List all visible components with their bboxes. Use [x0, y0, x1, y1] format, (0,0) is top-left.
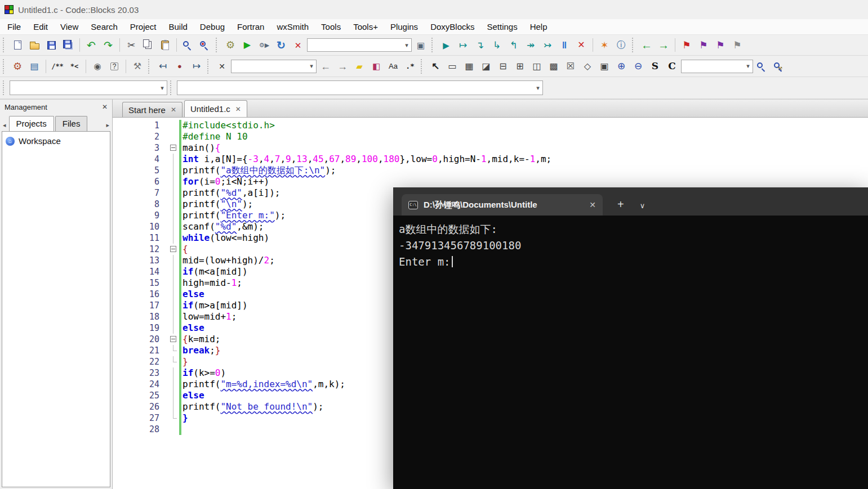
close-panel-button[interactable]: ✕ — [102, 103, 108, 111]
menu-item-help[interactable]: Help — [524, 20, 554, 34]
incsearch-clear-button[interactable]: ✕ — [214, 59, 230, 74]
menu-item-edit[interactable]: Edit — [27, 20, 54, 34]
jump-forward-button[interactable]: → — [656, 37, 671, 53]
dropdown-arrow-icon[interactable]: ▾ — [158, 84, 167, 92]
menu-item-tools[interactable]: Tools — [315, 20, 347, 34]
wxsmith-hbox-tool-button[interactable]: ⊟ — [495, 59, 511, 74]
clear-bookmarks-button[interactable]: ⚑ — [729, 37, 745, 53]
tab-files[interactable]: Files — [55, 116, 88, 131]
toolbar-grip[interactable] — [3, 80, 7, 95]
incsearch-input[interactable]: ▾ — [231, 60, 317, 73]
replace-button[interactable] — [197, 37, 213, 53]
next-instruction-button[interactable]: ↠ — [523, 37, 538, 53]
wxsmith-preview-tool-button[interactable]: ▣ — [597, 59, 612, 74]
doxy-block-comment-button[interactable]: /** — [50, 59, 65, 74]
toolbar-grip[interactable] — [148, 59, 152, 74]
fold-collapse-icon[interactable] — [170, 145, 176, 151]
dropdown-arrow-icon[interactable]: ▾ — [307, 62, 316, 70]
tabs-scroll-left-button[interactable]: ◂ — [1, 119, 8, 131]
stop-debugger-button[interactable]: ✕ — [573, 37, 589, 53]
new-tab-button[interactable]: + — [617, 198, 624, 211]
terminal-output[interactable]: a数组中的数据如下: -347913456789100180 Enter m: — [393, 216, 868, 489]
tab-dropdown-button[interactable]: ∨ — [640, 201, 646, 210]
menu-item-build[interactable]: Build — [163, 20, 194, 34]
menu-item-debug[interactable]: Debug — [194, 20, 231, 34]
fold-marker[interactable] — [159, 142, 179, 154]
step-out-button[interactable]: ↰ — [506, 37, 522, 53]
debug-continue-button[interactable]: ▶ — [438, 37, 454, 53]
abort-build-button[interactable]: ✕ — [290, 37, 306, 53]
various-info-button[interactable]: ⓘ — [613, 37, 629, 53]
terminal-tab-close-button[interactable]: ✕ — [589, 200, 596, 209]
toolbar-grip[interactable] — [632, 38, 636, 52]
search-next-button[interactable]: → — [335, 59, 350, 74]
incsearch-next-button[interactable]: ↦ — [189, 59, 204, 74]
toolbar-grip[interactable] — [216, 38, 220, 52]
menu-item-doxyblocks[interactable]: DoxyBlocks — [424, 20, 480, 34]
menu-item-plugins[interactable]: Plugins — [384, 20, 424, 34]
menu-item-file[interactable]: File — [1, 20, 27, 34]
code-line[interactable]: 1#include<stdio.h> — [113, 120, 868, 131]
tab-close-icon[interactable]: ✕ — [235, 105, 241, 113]
fold-marker[interactable] — [159, 334, 179, 345]
tab-start-here[interactable]: Start here ✕ — [122, 102, 182, 117]
zoom-in-button[interactable]: ⊕ — [613, 59, 629, 74]
jump-back-button[interactable]: ← — [639, 37, 655, 53]
tab-projects[interactable]: Projects — [9, 116, 54, 131]
run-to-cursor-button[interactable]: ↦ — [455, 37, 471, 53]
redo-button[interactable]: ↷ — [100, 37, 116, 53]
terminal-titlebar[interactable]: C:\ D:\孙锺鸣\Documents\Untitle ✕ + ∨ — [393, 187, 868, 216]
wxsmith-source-button[interactable]: S — [647, 59, 663, 74]
wxsmith-grid-tool-button[interactable]: ▦ — [461, 59, 477, 74]
doxy-view-docs-button[interactable]: ▤ — [26, 59, 42, 74]
wxsmith-delete-tool-button[interactable]: ☒ — [563, 59, 578, 74]
save-button[interactable] — [43, 37, 59, 53]
tab-untitled1-c[interactable]: Untitled1.c ✕ — [184, 100, 247, 117]
next-bookmark-button[interactable]: ⚑ — [713, 37, 728, 53]
doxy-line-comment-button[interactable]: *< — [66, 59, 82, 74]
toggle-bookmark-button[interactable]: ⚑ — [679, 37, 695, 53]
search-options-button[interactable] — [771, 59, 787, 74]
prev-bookmark-button[interactable]: ⚑ — [696, 37, 711, 53]
match-case-button[interactable]: Aa — [385, 59, 401, 74]
next-line-button[interactable]: ↴ — [472, 37, 488, 53]
fold-collapse-icon[interactable] — [170, 336, 176, 342]
regex-button[interactable]: .* — [402, 59, 418, 74]
doxy-extract-docs-button[interactable]: ⚙ — [10, 59, 25, 74]
rebuild-button[interactable]: ↻ — [273, 37, 289, 53]
selected-text-only-button[interactable]: ◧ — [368, 59, 384, 74]
toolbar-grip[interactable] — [421, 59, 425, 74]
code-completion-function-select[interactable]: ▾ — [177, 80, 543, 95]
menu-item-project[interactable]: Project — [124, 20, 163, 34]
menu-item-tools-plus[interactable]: Tools+ — [347, 20, 384, 34]
menu-item-settings[interactable]: Settings — [480, 20, 523, 34]
open-file-button[interactable] — [26, 37, 42, 53]
zoom-out-button[interactable]: ⊖ — [630, 59, 646, 74]
code-line[interactable]: 6for(i=0;i<N;i++) — [113, 176, 868, 187]
dropdown-arrow-icon[interactable]: ▾ — [744, 62, 753, 70]
toolbar-grip[interactable] — [3, 59, 7, 74]
code-line[interactable]: 2#define N 10 — [113, 131, 868, 142]
search-prev-button[interactable]: ← — [318, 59, 333, 74]
doxy-help-button[interactable]: ? — [106, 59, 122, 74]
code-line[interactable]: 3main(){ — [113, 142, 868, 154]
wxsmith-pointer-button[interactable]: ↖ — [428, 59, 443, 74]
cut-button[interactable]: ✂ — [123, 37, 139, 53]
toolbar-grip[interactable] — [170, 80, 174, 95]
build-and-run-button[interactable]: ⚙▶ — [256, 37, 272, 53]
wxsmith-split-tool-button[interactable]: ◪ — [478, 59, 494, 74]
fold-collapse-icon[interactable] — [170, 246, 176, 252]
paste-button[interactable] — [157, 37, 173, 53]
doxy-settings-button[interactable]: ⚒ — [130, 59, 145, 74]
incsearch-prev-button[interactable]: ↤ — [155, 59, 171, 74]
new-file-button[interactable] — [10, 37, 25, 53]
tabs-scroll-right-button[interactable]: ▸ — [104, 119, 111, 131]
terminal-tab[interactable]: C:\ D:\孙锺鸣\Documents\Untitle ✕ — [402, 194, 603, 216]
thread-search-button[interactable] — [754, 59, 770, 74]
menu-item-wxsmith[interactable]: wxSmith — [270, 20, 315, 34]
undo-button[interactable]: ↶ — [83, 37, 99, 53]
toolbar-grip[interactable] — [431, 38, 435, 52]
code-completion-scope-select[interactable]: ▾ — [10, 80, 167, 95]
wxsmith-vbox-tool-button[interactable]: ⊞ — [512, 59, 528, 74]
build-target-select[interactable]: ▾ — [307, 38, 412, 52]
